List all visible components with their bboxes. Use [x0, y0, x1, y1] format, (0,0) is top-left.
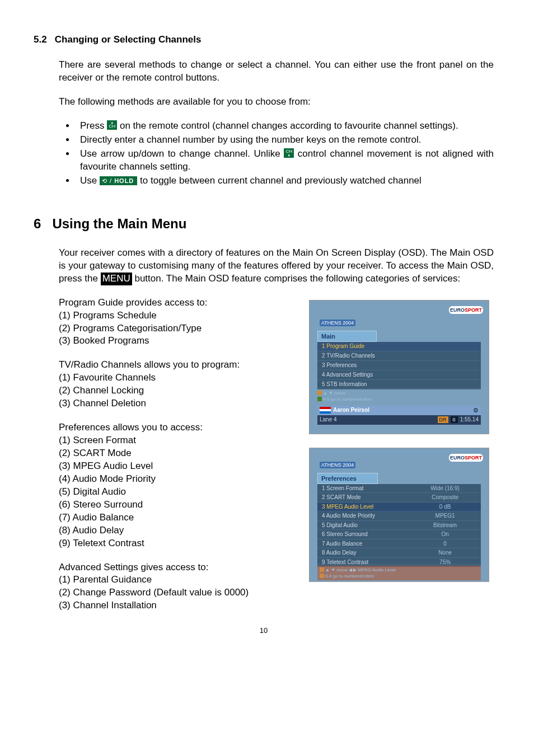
- list-item: (7) Audio Balance: [59, 511, 292, 524]
- row-value: MPEG1: [409, 511, 481, 520]
- list-item: (5) Digital Audio: [59, 486, 292, 499]
- section-6-heading: 6 Using the Main Menu: [34, 215, 494, 233]
- section-6-intro: Your receiver comes with a directory of …: [59, 247, 494, 285]
- lead-paragraph: The following methods are available for …: [59, 96, 494, 109]
- osd-row: 6 Stereo SurroundOn: [317, 530, 481, 539]
- list-item: (1) Favourite Channels: [59, 372, 292, 384]
- osd-preferences-list: 1 Screen FormatWide (16:9) 2 SCART ModeC…: [317, 484, 481, 564]
- list-item: (1) Programs Schedule: [59, 309, 292, 322]
- list-item: (2) Change Password (Default value is 00…: [59, 586, 292, 599]
- text: on the remote control (channel changes a…: [120, 120, 458, 131]
- hint-badge-icon: [317, 391, 322, 395]
- method-list: Press CH on the remote control (channel …: [59, 120, 494, 187]
- list-item: Press CH on the remote control (channel …: [76, 120, 494, 133]
- main-osd-screenshot: EUROSPORT ATHENS 2004 Main 1 Program Gui…: [309, 300, 489, 434]
- gear-icon: ⚙: [473, 406, 479, 415]
- box-number: 0: [451, 416, 458, 423]
- list-item: (8) Audio Delay: [59, 524, 292, 537]
- osd-row: 3 MPEG Audio Level0 dB: [317, 503, 481, 512]
- channel-down-icon: CH: [284, 148, 294, 158]
- row-value: None: [409, 548, 481, 557]
- channel-up-icon: CH: [107, 120, 117, 130]
- row-label: 8 Audio Delay: [322, 548, 409, 557]
- osd-panel-title: Main: [317, 331, 377, 342]
- text: Use arrow up/down to change channel. Unl…: [80, 148, 284, 159]
- osd-row: 4 Advanced Settings: [317, 370, 481, 380]
- section-title: Changing or Selecting Channels: [55, 34, 202, 45]
- block-title: TV/Radio Channels allows you to program:: [59, 359, 292, 372]
- section-number: 6: [34, 216, 41, 231]
- text: button. The Main OSD feature comprises t…: [134, 273, 460, 284]
- osd-panel-title: Preferences: [317, 473, 378, 484]
- osd-row: 5 Digital AudioBitstream: [317, 521, 481, 530]
- flag-icon: [320, 407, 331, 414]
- list-item: (4) Audio Mode Priority: [59, 473, 292, 486]
- list-item: (3) Channel Installation: [59, 599, 292, 612]
- list-item: (3) Booked Programs: [59, 335, 292, 348]
- menu-button-label: MENU: [101, 273, 132, 285]
- text: Use: [80, 175, 100, 186]
- channel-info-bar: Aaron Peirsol ⚙ Lane 4 DR 0 1:55.14: [317, 406, 481, 425]
- preferences-osd-screenshot: EUROSPORT ATHENS 2004 Preferences 1 Scre…: [309, 448, 489, 582]
- list-item: (2) SCART Mode: [59, 447, 292, 460]
- osd-main-list: 1 Program Guide 2 TV/Radio Channels 3 Pr…: [317, 342, 481, 388]
- text: SPORT: [465, 455, 482, 461]
- page-number: 10: [34, 626, 494, 636]
- osd-row: 1 Program Guide: [317, 342, 481, 351]
- list-item: (2) Channel Locking: [59, 384, 292, 397]
- row-value: On: [409, 530, 481, 539]
- hold-button-icon: HOLD: [100, 176, 137, 186]
- row-value: Bitstream: [409, 521, 481, 530]
- tvradio-block: TV/Radio Channels allows you to program:…: [59, 359, 292, 410]
- list-item: (1) Screen Format: [59, 434, 292, 447]
- list-item: (2) Programs Categorisation/Type: [59, 322, 292, 335]
- lane-label: Lane 4: [320, 416, 337, 424]
- row-label: 7 Audio Balance: [322, 539, 409, 548]
- osd-row: 3 Preferences: [317, 361, 481, 370]
- broadcast-chip: ATHENS 2004: [320, 462, 355, 468]
- eurosport-logo-icon: EUROSPORT: [449, 306, 483, 314]
- block-title: Advanced Settings gives access to:: [59, 561, 292, 574]
- broadcast-chip: ATHENS 2004: [320, 320, 355, 326]
- preferences-block: Preferences allows you to access: (1) Sc…: [59, 421, 292, 550]
- text: ▲ ▼ move ◀ ▶ MPEG Audio Level: [325, 567, 396, 572]
- list-item: Use arrow up/down to change channel. Unl…: [76, 148, 494, 173]
- time-value: 1:55.14: [460, 416, 481, 424]
- list-item: (3) MPEG Audio Level: [59, 460, 292, 473]
- block-title: Preferences allows you to access:: [59, 421, 292, 434]
- row-label: 2 SCART Mode: [322, 493, 409, 502]
- list-item: Use HOLD to toggle between current chann…: [76, 175, 494, 187]
- osd-row: 1 Screen FormatWide (16:9): [317, 484, 481, 494]
- screenshot-column: EUROSPORT ATHENS 2004 Main 1 Program Gui…: [309, 297, 494, 613]
- row-value: Wide (16:9): [409, 484, 481, 493]
- row-label: 3 MPEG Audio Level: [322, 503, 409, 511]
- list-item: (1) Parental Guidance: [59, 574, 292, 586]
- osd-row: 7 Audio Balance0: [317, 539, 481, 549]
- hint-badge-icon: [320, 567, 324, 572]
- osd-row: 2 TV/Radio Channels: [317, 351, 481, 361]
- list-item: (9) Teletext Contrast: [59, 537, 292, 550]
- osd-row: 8 Audio DelayNone: [317, 548, 481, 558]
- text: EURO: [450, 307, 465, 313]
- text: Press: [80, 120, 107, 131]
- advanced-block: Advanced Settings gives access to: (1) P…: [59, 561, 292, 613]
- row-value: 0: [409, 539, 481, 548]
- row-label: 5 Digital Audio: [322, 521, 409, 530]
- text: ▲ ▼ move: [323, 391, 345, 396]
- intro-paragraph: There are several methods to change or s…: [59, 59, 494, 84]
- osd-hints: ▲ ▼ move 0-9 go to numbered item: [317, 390, 372, 402]
- row-label: 1 Screen Format: [322, 484, 409, 493]
- program-guide-block: Program Guide provides access to: (1) Pr…: [59, 297, 292, 348]
- list-item: (3) Channel Deletion: [59, 397, 292, 410]
- text: to toggle between current channel and pr…: [140, 175, 421, 186]
- feature-list-column: Program Guide provides access to: (1) Pr…: [59, 297, 292, 613]
- dr-badge: DR: [438, 416, 448, 423]
- list-item: (6) Stereo Surround: [59, 499, 292, 511]
- eurosport-logo-icon: EUROSPORT: [449, 454, 483, 462]
- osd-row: 4 Audio Mode PriorityMPEG1: [317, 511, 481, 521]
- text: 0-9 go to numbered item: [325, 574, 374, 579]
- row-value: Composite: [409, 493, 481, 502]
- hint-badge-icon: [320, 574, 324, 578]
- section-number: 5.2: [34, 34, 47, 45]
- hint-badge-icon: [317, 397, 322, 401]
